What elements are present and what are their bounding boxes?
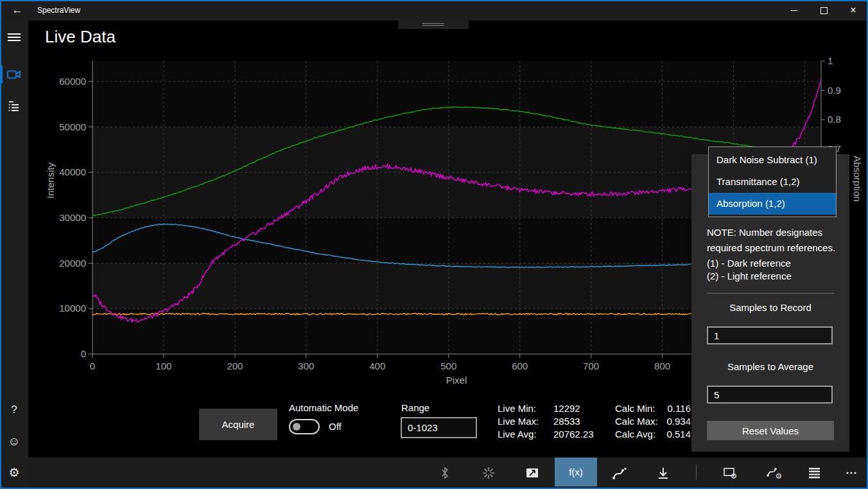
more-options-button[interactable] xyxy=(841,463,862,483)
hamburger-icon xyxy=(6,30,22,45)
svg-text:Intensity: Intensity xyxy=(45,163,56,199)
flyout-divider xyxy=(707,293,834,294)
toggle-knob xyxy=(293,423,300,431)
device-settings-button[interactable]: ⚙ xyxy=(720,463,741,483)
feedback-icon: ☺ xyxy=(8,434,20,449)
command-bar: f(x) ⚙ ⚙ xyxy=(28,458,868,488)
handle-line xyxy=(422,25,444,26)
device-settings-icon: ⚙ xyxy=(722,465,739,481)
acquire-button[interactable]: Acquire xyxy=(199,409,277,440)
close-icon: × xyxy=(850,4,856,16)
samples-to-average-input[interactable] xyxy=(707,386,833,404)
strobe-button[interactable] xyxy=(478,463,499,483)
close-button[interactable]: × xyxy=(838,0,868,21)
autoscale-chart-icon xyxy=(525,465,540,481)
range-input[interactable] xyxy=(401,417,477,438)
svg-text:10000: 10000 xyxy=(59,303,86,314)
save-download-button[interactable] xyxy=(653,463,673,483)
help-icon: ? xyxy=(11,404,17,416)
svg-text:Pixel: Pixel xyxy=(446,375,467,386)
samples-to-average-label: Samples to Average xyxy=(691,361,849,372)
page-title: Live Data xyxy=(45,27,116,47)
app-window: 0100002000030000400005000060000010020030… xyxy=(0,0,868,489)
live-min-value: 12292 xyxy=(553,403,580,414)
automatic-mode-label: Automatic Mode xyxy=(289,402,358,413)
svg-text:⚙: ⚙ xyxy=(731,472,738,481)
minimize-icon xyxy=(791,10,797,11)
automatic-mode-toggle[interactable] xyxy=(289,419,320,434)
toolbar-separator xyxy=(696,465,697,480)
svg-text:0: 0 xyxy=(90,360,95,371)
reset-values-button[interactable]: Reset Values xyxy=(707,421,834,440)
settings-icon: ⚙ xyxy=(8,465,19,480)
svg-text:200: 200 xyxy=(227,360,243,371)
light-reference-note: (2) - Light reference xyxy=(707,271,792,281)
svg-text:Absorption: Absorption xyxy=(852,156,863,202)
list-icon xyxy=(6,98,22,113)
svg-text:300: 300 xyxy=(298,360,314,371)
dark-reference-note: (1) - Dark reference xyxy=(707,258,791,269)
samples-to-record-input[interactable] xyxy=(707,326,833,344)
processing-settings-icon: ⚙ xyxy=(767,465,783,481)
live-max-value: 28533 xyxy=(553,416,580,427)
function-fx-button[interactable]: f(x) xyxy=(555,458,597,486)
live-avg-value: 20762.23 xyxy=(553,429,594,440)
calc-min-value: 0.116 xyxy=(660,403,691,414)
calc-avg-value: 0.514 xyxy=(660,429,691,440)
option-transmittance[interactable]: Transmittance (1,2) xyxy=(709,171,836,193)
svg-text:20000: 20000 xyxy=(59,258,86,269)
svg-text:50000: 50000 xyxy=(59,121,86,132)
svg-text:700: 700 xyxy=(583,360,599,371)
settings-button[interactable]: ⚙ xyxy=(0,461,28,484)
processing-settings-button[interactable]: ⚙ xyxy=(765,463,785,483)
calc-avg-label: Calc Avg: xyxy=(615,429,655,440)
more-ellipsis-icon xyxy=(844,465,859,481)
spline-curve-icon xyxy=(612,465,627,481)
option-absorption[interactable]: Absorption (1,2) xyxy=(709,193,836,215)
minimize-button[interactable] xyxy=(779,0,809,21)
option-dark-noise-subtract[interactable]: Dark Noise Subtract (1) xyxy=(709,149,836,171)
live-avg-label: Live Avg: xyxy=(498,429,537,440)
titlebar: ← SpectraView × xyxy=(0,0,868,21)
spline-button[interactable] xyxy=(609,463,630,483)
sidebar-item-live-data[interactable] xyxy=(0,63,28,86)
autoscale-button[interactable] xyxy=(522,463,542,483)
calculation-mode-listbox: Dark Noise Subtract (1) Transmittance (1… xyxy=(708,147,837,217)
handle-line xyxy=(422,23,444,24)
log-list-button[interactable] xyxy=(804,463,824,483)
top-pane-handle[interactable] xyxy=(398,19,469,29)
sidebar: ? ☺ ⚙ xyxy=(0,21,28,489)
svg-text:0: 0 xyxy=(81,348,86,359)
live-max-label: Live Max: xyxy=(498,416,539,427)
svg-text:1: 1 xyxy=(828,55,833,66)
sidebar-item-records[interactable] xyxy=(0,94,28,117)
svg-text:100: 100 xyxy=(155,360,171,371)
svg-text:0.8: 0.8 xyxy=(828,114,841,125)
log-list-icon xyxy=(806,465,822,481)
maximize-button[interactable] xyxy=(809,0,838,21)
range-label: Range xyxy=(401,402,430,413)
svg-text:40000: 40000 xyxy=(59,166,86,177)
automatic-mode-state: Off xyxy=(329,421,342,432)
svg-text:800: 800 xyxy=(654,360,670,371)
live-min-label: Live Min: xyxy=(498,403,536,414)
calc-max-value: 0.934 xyxy=(660,416,691,427)
back-icon: ← xyxy=(12,4,23,17)
calc-max-label: Calc Max: xyxy=(615,416,658,427)
maximize-icon xyxy=(820,7,828,14)
fx-label: f(x) xyxy=(569,467,583,477)
svg-text:600: 600 xyxy=(512,360,528,371)
help-button[interactable]: ? xyxy=(0,398,28,422)
svg-text:30000: 30000 xyxy=(59,212,86,223)
bluetooth-icon xyxy=(437,465,453,481)
svg-text:⚙: ⚙ xyxy=(776,472,783,481)
feedback-button[interactable]: ☺ xyxy=(0,430,28,453)
download-icon xyxy=(655,465,671,481)
back-button[interactable]: ← xyxy=(3,0,32,21)
bluetooth-button[interactable] xyxy=(435,463,455,483)
app-title: SpectraView xyxy=(37,0,80,21)
svg-text:0.9: 0.9 xyxy=(828,85,841,96)
samples-to-record-label: Samples to Record xyxy=(691,302,849,313)
hamburger-menu-button[interactable] xyxy=(0,26,28,49)
calc-min-label: Calc Min: xyxy=(615,403,655,414)
